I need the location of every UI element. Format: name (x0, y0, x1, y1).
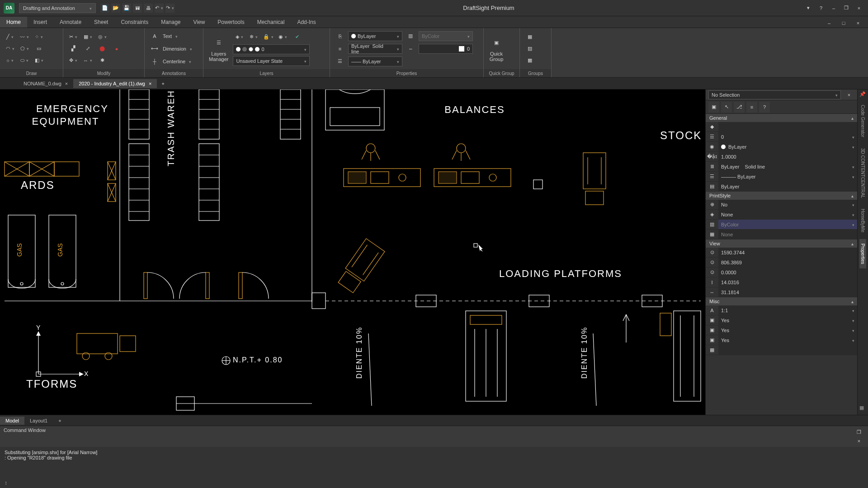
transparency-value[interactable]: 0 (419, 44, 473, 54)
section-misc[interactable]: Misc (706, 297, 857, 305)
new-icon[interactable]: 📄 (100, 4, 109, 13)
centerline-icon[interactable]: ┼ (148, 56, 161, 67)
help-icon[interactable]: ? (816, 4, 826, 13)
select-icon[interactable]: ↖ (721, 102, 732, 113)
app-minimize-icon[interactable]: – (824, 19, 835, 28)
region-icon[interactable]: ◧ (33, 55, 45, 66)
layer-active-combo[interactable]: 0 (233, 44, 310, 54)
linetype-combo[interactable]: ByLayer Solid line (348, 44, 402, 54)
prop-ltype[interactable]: ByLayer Solid line (718, 162, 857, 171)
side-tab-code[interactable]: Code Generator (859, 100, 866, 142)
prop-lweight[interactable]: ——— ByLayer (718, 172, 857, 181)
tab-sheet[interactable]: Sheet (88, 17, 114, 28)
ellipse-icon[interactable]: ⬭ (18, 55, 31, 66)
transparency-icon[interactable]: ▥ (404, 31, 417, 42)
stretch-icon[interactable]: ↔ (81, 55, 94, 66)
workspace-selector[interactable]: Drafting and Annotation (19, 3, 96, 13)
doc-close-icon[interactable]: × (854, 4, 864, 13)
prop-linecolor[interactable]: ByLayer (718, 142, 857, 151)
layer-freeze-icon[interactable]: ❄ (247, 32, 260, 42)
explode-icon[interactable]: ✱ (96, 55, 108, 66)
side-tab-homebyme[interactable]: HomeByMe (859, 204, 866, 237)
prop-scale[interactable]: 1.0000 (718, 152, 857, 161)
arc-icon[interactable]: ◠ (4, 43, 16, 54)
filter-icon[interactable]: ≡ (746, 102, 757, 113)
layer-state-combo[interactable]: Unsaved Layer State (233, 56, 310, 66)
rect-icon[interactable]: ▭ (33, 43, 45, 54)
circle-icon[interactable]: ○ (4, 55, 16, 66)
close-icon[interactable]: × (149, 81, 151, 86)
transparency-slider-icon[interactable]: ⎼ (404, 43, 417, 54)
layer-lock-icon[interactable]: 🔒 (262, 32, 274, 42)
side-tab-3dcc[interactable]: 3D CONTENTCENTRAL (859, 144, 866, 203)
app-close-icon[interactable]: × (853, 19, 863, 28)
tab-addins[interactable]: Add-Ins (291, 17, 322, 28)
doc-tab-0[interactable]: NONAME_0.dwg× (18, 79, 73, 88)
record-icon[interactable]: ● (110, 43, 123, 54)
point-icon[interactable]: ⁘ (33, 32, 45, 42)
doc-minimize-icon[interactable]: – (828, 4, 839, 13)
prop-anno[interactable]: 1:1 (718, 305, 857, 315)
prop-v2[interactable]: Yes (718, 325, 857, 335)
tab-view[interactable]: View (187, 17, 212, 28)
layout-tab-model[interactable]: Model (0, 417, 24, 425)
match-props-icon[interactable]: ⎘ (334, 31, 346, 42)
side-tab-properties[interactable]: Properties (859, 239, 866, 269)
prop-v1[interactable]: Yes (718, 315, 857, 325)
prop-print-bycolor[interactable]: ByColor (718, 220, 857, 229)
prop-pstyle[interactable]: ByLayer (718, 182, 857, 191)
prop-cy[interactable]: 806.3869 (718, 258, 857, 267)
pin-icon[interactable]: 📌 (859, 91, 867, 99)
section-printstyle[interactable]: PrintStyle (706, 192, 857, 200)
prop-layer[interactable]: 0 (718, 132, 857, 141)
palette-close-icon[interactable]: × (844, 90, 854, 99)
help-dropdown-icon[interactable]: ▾ (803, 4, 814, 13)
group-edit-icon[interactable]: ▦ (524, 32, 536, 42)
undo-icon[interactable]: ↶ (155, 4, 164, 13)
offset-icon[interactable]: ◎ (96, 32, 108, 42)
prop-cz[interactable]: 0.0000 (718, 267, 857, 277)
close-icon[interactable]: × (65, 81, 68, 86)
prop-print-style[interactable]: None (718, 210, 857, 219)
prop-v3[interactable]: Yes (718, 335, 857, 345)
add-tab-icon[interactable]: + (157, 79, 169, 88)
prop-w[interactable]: 31.1814 (718, 287, 857, 297)
section-general[interactable]: General (706, 114, 857, 122)
layers-manager-button[interactable]: ☰ Layers Manager (207, 34, 230, 64)
linetype-icon[interactable]: ≡ (334, 43, 346, 54)
prop-v4[interactable] (718, 345, 857, 355)
cmd-restore-icon[interactable]: ❐ (854, 427, 864, 436)
lineweight-icon[interactable]: ☰ (334, 56, 346, 67)
tab-manage[interactable]: Manage (155, 17, 187, 28)
color-combo[interactable]: ByLayer (348, 31, 402, 41)
saveas-icon[interactable]: 🖬 (133, 4, 142, 13)
print-icon[interactable]: 🖶 (144, 4, 153, 13)
tab-annotate[interactable]: Annotate (53, 17, 88, 28)
doc-tab-1[interactable]: 2020 - Industry A_edit (1).dwg× (73, 79, 157, 88)
move-icon[interactable]: ✥ (67, 55, 80, 66)
prop-color[interactable] (718, 122, 857, 131)
prop-h[interactable]: 14.0316 (718, 277, 857, 287)
layer-iso-icon[interactable]: ◈ (233, 32, 245, 42)
layer-off-icon[interactable]: ◉ (276, 32, 289, 42)
red-dot-icon[interactable]: ⬤ (96, 43, 108, 54)
help-icon[interactable]: ? (759, 102, 770, 113)
prop-print-table[interactable]: None (718, 230, 857, 239)
scale-icon[interactable]: ⤢ (81, 43, 94, 54)
group-manager-icon[interactable]: ▩ (524, 55, 536, 66)
quick-group-button[interactable]: ▣ Quick Group (487, 34, 505, 64)
tab-insert[interactable]: Insert (27, 17, 53, 28)
drawing-canvas[interactable]: .wline{stroke:#fff;stroke-width:1.2;fill… (0, 89, 705, 415)
line-icon[interactable]: ╱ (4, 32, 16, 42)
pattern-icon[interactable]: ▦ (81, 32, 94, 42)
dimension-icon[interactable]: ⟷ (148, 43, 161, 54)
tab-powertools[interactable]: Powertools (211, 17, 250, 28)
save-icon[interactable]: 💾 (122, 4, 131, 13)
lineweight-combo[interactable]: —— ByLayer (348, 56, 402, 66)
doc-restore-icon[interactable]: ❐ (841, 4, 852, 13)
cmd-close-icon[interactable]: × (854, 436, 864, 446)
tab-home[interactable]: Home (0, 17, 27, 28)
layout-tab-add[interactable]: + (53, 417, 66, 425)
qselect-icon[interactable]: ▣ (708, 102, 719, 113)
layout-tab-layout1[interactable]: Layout1 (24, 417, 53, 425)
